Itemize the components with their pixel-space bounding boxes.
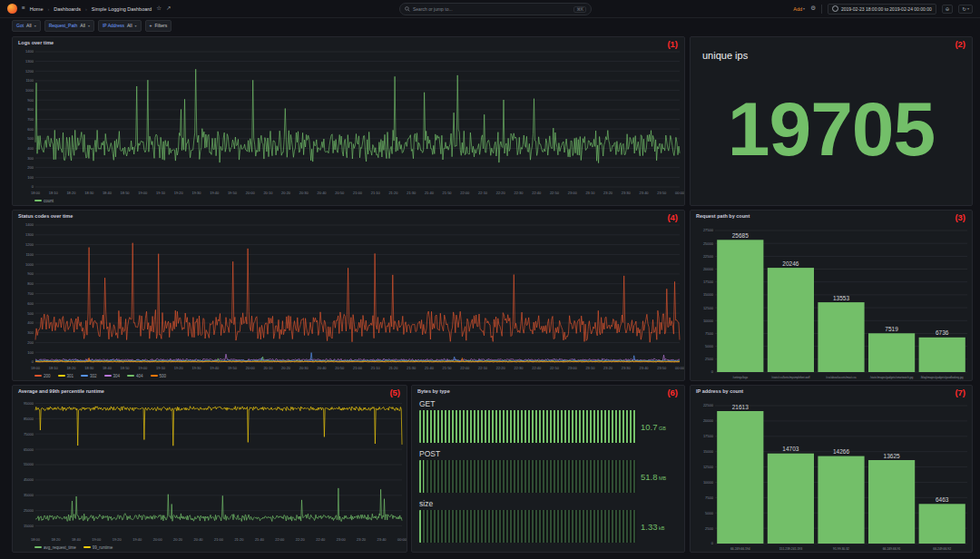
top-nav: ≡ Home › Dashboards › Simple Logging Das…: [0, 0, 980, 18]
search-icon: [405, 6, 410, 12]
svg-text:21:10: 21:10: [371, 366, 381, 370]
svg-text:19:40: 19:40: [210, 191, 220, 195]
breadcrumb-dashboard-title[interactable]: Simple Logging Dashboard: [92, 6, 152, 12]
legend-item[interactable]: 404: [127, 374, 143, 378]
legend-item[interactable]: 500: [151, 374, 167, 378]
chevron-down-icon: ▾: [135, 24, 137, 28]
legend-item[interactable]: avg_request_time: [34, 545, 76, 550]
request-path-bar-chart[interactable]: 0250050007500100001250015000175002000022…: [691, 221, 972, 380]
svg-text:100: 100: [27, 175, 34, 180]
star-icon[interactable]: ☆: [156, 5, 162, 12]
ip-address-bar-chart[interactable]: 0250050007500100001250015000175002000022…: [691, 397, 972, 552]
plus-icon: +: [150, 23, 152, 28]
svg-text:6736: 6736: [936, 329, 949, 336]
add-filter-button[interactable]: + Filters: [145, 20, 172, 32]
svg-text:1200: 1200: [25, 242, 34, 247]
svg-text:/settings/logo: /settings/logo: [733, 376, 749, 379]
svg-text:700: 700: [27, 291, 34, 296]
search-input[interactable]: Search or jump to... ⌘K: [399, 3, 592, 15]
variable-ip-address[interactable]: IP Address All ▾: [98, 20, 142, 32]
panel-header[interactable]: Request path by count: [691, 211, 972, 221]
logs-over-time-chart[interactable]: 0100200300400500600700800900100011001200…: [13, 48, 684, 196]
variable-got[interactable]: Got All ▾: [12, 20, 41, 32]
svg-text:21:40: 21:40: [255, 537, 265, 542]
svg-text:19:30: 19:30: [191, 366, 201, 370]
svg-text:25685: 25685: [732, 232, 749, 239]
svg-text:22:00: 22:00: [460, 191, 470, 195]
share-icon[interactable]: ↗: [166, 5, 171, 12]
gear-icon[interactable]: ⚙: [810, 5, 816, 12]
svg-text:22500: 22500: [703, 403, 714, 407]
breadcrumb-dashboards[interactable]: Dashboards: [54, 6, 81, 12]
legend-item[interactable]: count: [34, 199, 54, 203]
variable-value: All: [127, 23, 132, 28]
chevron-down-icon: ▾: [803, 6, 805, 11]
chart-legend: count: [13, 196, 684, 205]
breadcrumb-separator: ›: [47, 6, 49, 12]
svg-text:500: 500: [27, 136, 34, 141]
svg-text:6463: 6463: [936, 496, 949, 503]
menu-icon[interactable]: ≡: [22, 5, 25, 12]
panel-header[interactable]: Status codes over time: [13, 211, 684, 221]
svg-text:200: 200: [27, 165, 34, 170]
svg-text:22500: 22500: [703, 254, 714, 259]
legend-item[interactable]: 200: [34, 374, 51, 378]
svg-text:19:20: 19:20: [174, 191, 184, 195]
svg-text:22:50: 22:50: [550, 191, 560, 195]
svg-text:300: 300: [27, 330, 34, 335]
dashboard-toolbar: Got All ▾ Request_Path All ▾ IP Address …: [0, 18, 980, 33]
panel-title: Average and 99th percentile runtime: [18, 388, 104, 394]
status-codes-chart[interactable]: 0100200300400500600700800900100011001200…: [13, 221, 684, 371]
zoom-out-button[interactable]: ⊖: [942, 5, 954, 14]
svg-text:/static/images/gadgets/smartwa: /static/images/gadgets/smartwatch.jpg: [870, 376, 914, 379]
panel-header[interactable]: IP address by count: [691, 386, 972, 397]
svg-text:18:50: 18:50: [121, 191, 131, 195]
svg-text:21:30: 21:30: [407, 366, 416, 370]
time-range-picker[interactable]: 2019-02-23 18:00:00 to 2019-02-24 00:00:…: [828, 4, 936, 15]
svg-text:23:40: 23:40: [377, 537, 387, 542]
legend-item[interactable]: 99_runtime: [83, 545, 113, 550]
svg-text:18:20: 18:20: [51, 537, 61, 542]
chevron-down-icon: ▾: [34, 24, 36, 28]
refresh-button[interactable]: ↻▾: [958, 5, 973, 14]
svg-text:65000: 65000: [24, 447, 34, 452]
svg-text:66.249.66.91: 66.249.66.91: [883, 547, 901, 551]
svg-text:22:30: 22:30: [514, 366, 524, 370]
variable-label: Got: [16, 23, 24, 28]
legend-item[interactable]: 302: [81, 374, 97, 378]
svg-text:1300: 1300: [25, 59, 34, 64]
svg-text:17500: 17500: [703, 280, 714, 284]
time-range-text: 2019-02-23 18:00:00 to 2019-02-24 00:00:…: [841, 6, 932, 12]
svg-text:400: 400: [27, 146, 34, 151]
gauge-label: GET: [419, 399, 675, 408]
bar-gauge-row-size: size 1.33kB: [419, 499, 675, 543]
breadcrumb-home[interactable]: Home: [30, 6, 44, 12]
grafana-logo-icon[interactable]: [7, 4, 17, 14]
search-shortcut: ⌘K: [573, 6, 586, 13]
svg-text:23:00: 23:00: [337, 537, 347, 542]
panel-header[interactable]: Bytes by type: [412, 386, 684, 397]
panel-header[interactable]: Average and 99th percentile runtime: [13, 386, 407, 397]
variable-request-path[interactable]: Request_Path All ▾: [44, 20, 94, 32]
add-button[interactable]: Add▾: [793, 6, 805, 12]
runtime-chart[interactable]: 1500025000350004500055000650007500085000…: [13, 397, 407, 543]
svg-text:23:10: 23:10: [585, 366, 595, 370]
legend-item[interactable]: 301: [58, 374, 74, 378]
panel-ip-by-count: IP address by count (7) 0250050007500100…: [690, 385, 973, 553]
clock-icon: [832, 5, 838, 12]
svg-text:23:50: 23:50: [657, 366, 667, 370]
chevron-down-icon: ▾: [88, 24, 90, 28]
panel-header[interactable]: Logs over time: [13, 37, 684, 48]
svg-text:/blog/images/gadgets/goodlooki: /blog/images/gadgets/goodlooking.jpg: [921, 376, 964, 379]
chevron-down-icon: ▾: [967, 6, 969, 11]
legend-item[interactable]: 304: [104, 374, 121, 378]
svg-text:19:10: 19:10: [156, 191, 166, 195]
svg-text:19:40: 19:40: [132, 537, 142, 542]
svg-text:21:00: 21:00: [214, 537, 224, 542]
bar-gauge-row-post: POST 51.8MB: [419, 449, 675, 493]
svg-text:10000: 10000: [703, 319, 714, 323]
svg-text:22:00: 22:00: [460, 366, 470, 370]
svg-text:21:40: 21:40: [425, 191, 435, 195]
svg-text:0: 0: [711, 541, 714, 545]
svg-text:66.249.66.194: 66.249.66.194: [730, 547, 750, 551]
